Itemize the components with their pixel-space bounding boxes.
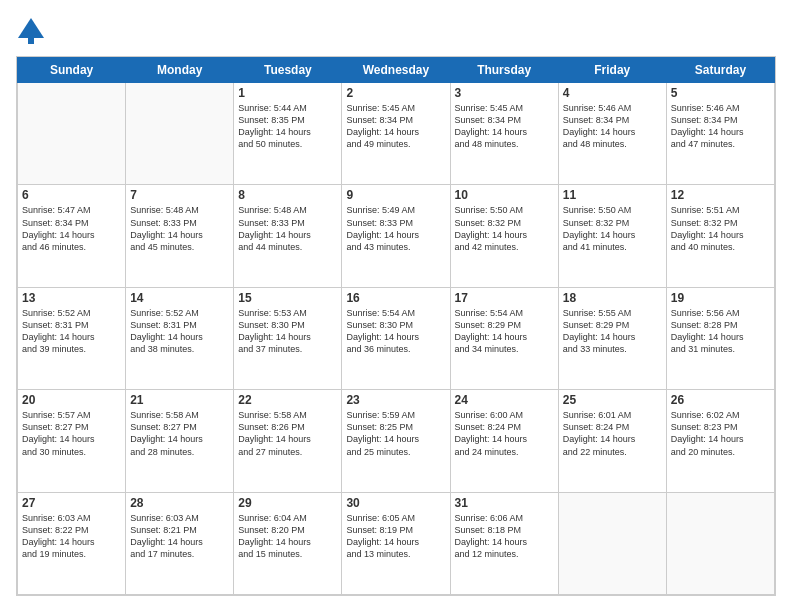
cal-cell-2-0: 13Sunrise: 5:52 AM Sunset: 8:31 PM Dayli… [18, 287, 126, 389]
cal-cell-4-4: 31Sunrise: 6:06 AM Sunset: 8:18 PM Dayli… [450, 492, 558, 594]
cal-cell-0-5: 4Sunrise: 5:46 AM Sunset: 8:34 PM Daylig… [558, 83, 666, 185]
cal-cell-2-3: 16Sunrise: 5:54 AM Sunset: 8:30 PM Dayli… [342, 287, 450, 389]
cell-text: Sunrise: 5:50 AM Sunset: 8:32 PM Dayligh… [455, 204, 554, 253]
cal-cell-4-1: 28Sunrise: 6:03 AM Sunset: 8:21 PM Dayli… [126, 492, 234, 594]
cal-cell-1-3: 9Sunrise: 5:49 AM Sunset: 8:33 PM Daylig… [342, 185, 450, 287]
week-row-1: 1Sunrise: 5:44 AM Sunset: 8:35 PM Daylig… [18, 83, 775, 185]
day-number: 29 [238, 496, 337, 510]
day-number: 7 [130, 188, 229, 202]
cell-text: Sunrise: 5:59 AM Sunset: 8:25 PM Dayligh… [346, 409, 445, 458]
cal-cell-3-2: 22Sunrise: 5:58 AM Sunset: 8:26 PM Dayli… [234, 390, 342, 492]
cell-text: Sunrise: 5:52 AM Sunset: 8:31 PM Dayligh… [130, 307, 229, 356]
day-number: 13 [22, 291, 121, 305]
svg-rect-1 [28, 34, 34, 44]
day-number: 19 [671, 291, 770, 305]
cell-text: Sunrise: 5:57 AM Sunset: 8:27 PM Dayligh… [22, 409, 121, 458]
cell-text: Sunrise: 6:05 AM Sunset: 8:19 PM Dayligh… [346, 512, 445, 561]
page: Sunday Monday Tuesday Wednesday Thursday… [0, 0, 792, 612]
cal-cell-2-2: 15Sunrise: 5:53 AM Sunset: 8:30 PM Dayli… [234, 287, 342, 389]
cell-text: Sunrise: 5:45 AM Sunset: 8:34 PM Dayligh… [455, 102, 554, 151]
day-number: 30 [346, 496, 445, 510]
day-number: 12 [671, 188, 770, 202]
cell-text: Sunrise: 6:00 AM Sunset: 8:24 PM Dayligh… [455, 409, 554, 458]
cal-cell-0-3: 2Sunrise: 5:45 AM Sunset: 8:34 PM Daylig… [342, 83, 450, 185]
cell-text: Sunrise: 5:46 AM Sunset: 8:34 PM Dayligh… [671, 102, 770, 151]
day-number: 14 [130, 291, 229, 305]
day-header-saturday: Saturday [666, 58, 774, 83]
cell-text: Sunrise: 5:58 AM Sunset: 8:27 PM Dayligh… [130, 409, 229, 458]
day-number: 5 [671, 86, 770, 100]
cell-text: Sunrise: 6:06 AM Sunset: 8:18 PM Dayligh… [455, 512, 554, 561]
day-number: 27 [22, 496, 121, 510]
cell-text: Sunrise: 5:53 AM Sunset: 8:30 PM Dayligh… [238, 307, 337, 356]
day-number: 28 [130, 496, 229, 510]
day-number: 6 [22, 188, 121, 202]
day-number: 26 [671, 393, 770, 407]
day-number: 9 [346, 188, 445, 202]
cal-cell-1-5: 11Sunrise: 5:50 AM Sunset: 8:32 PM Dayli… [558, 185, 666, 287]
day-number: 22 [238, 393, 337, 407]
cell-text: Sunrise: 5:44 AM Sunset: 8:35 PM Dayligh… [238, 102, 337, 151]
cal-cell-2-6: 19Sunrise: 5:56 AM Sunset: 8:28 PM Dayli… [666, 287, 774, 389]
week-row-3: 13Sunrise: 5:52 AM Sunset: 8:31 PM Dayli… [18, 287, 775, 389]
day-header-sunday: Sunday [18, 58, 126, 83]
day-header-thursday: Thursday [450, 58, 558, 83]
cal-cell-0-4: 3Sunrise: 5:45 AM Sunset: 8:34 PM Daylig… [450, 83, 558, 185]
cal-cell-4-2: 29Sunrise: 6:04 AM Sunset: 8:20 PM Dayli… [234, 492, 342, 594]
day-header-friday: Friday [558, 58, 666, 83]
day-header-tuesday: Tuesday [234, 58, 342, 83]
calendar: Sunday Monday Tuesday Wednesday Thursday… [16, 56, 776, 596]
cal-cell-1-1: 7Sunrise: 5:48 AM Sunset: 8:33 PM Daylig… [126, 185, 234, 287]
logo [16, 16, 50, 46]
cal-cell-0-2: 1Sunrise: 5:44 AM Sunset: 8:35 PM Daylig… [234, 83, 342, 185]
cell-text: Sunrise: 5:45 AM Sunset: 8:34 PM Dayligh… [346, 102, 445, 151]
day-number: 18 [563, 291, 662, 305]
day-header-monday: Monday [126, 58, 234, 83]
day-number: 4 [563, 86, 662, 100]
day-number: 17 [455, 291, 554, 305]
cal-cell-2-1: 14Sunrise: 5:52 AM Sunset: 8:31 PM Dayli… [126, 287, 234, 389]
cell-text: Sunrise: 5:47 AM Sunset: 8:34 PM Dayligh… [22, 204, 121, 253]
cell-text: Sunrise: 5:46 AM Sunset: 8:34 PM Dayligh… [563, 102, 662, 151]
calendar-table: Sunday Monday Tuesday Wednesday Thursday… [17, 57, 775, 595]
cell-text: Sunrise: 5:52 AM Sunset: 8:31 PM Dayligh… [22, 307, 121, 356]
day-number: 3 [455, 86, 554, 100]
cal-cell-1-2: 8Sunrise: 5:48 AM Sunset: 8:33 PM Daylig… [234, 185, 342, 287]
cal-cell-2-4: 17Sunrise: 5:54 AM Sunset: 8:29 PM Dayli… [450, 287, 558, 389]
header-row: Sunday Monday Tuesday Wednesday Thursday… [18, 58, 775, 83]
cal-cell-2-5: 18Sunrise: 5:55 AM Sunset: 8:29 PM Dayli… [558, 287, 666, 389]
week-row-5: 27Sunrise: 6:03 AM Sunset: 8:22 PM Dayli… [18, 492, 775, 594]
cell-text: Sunrise: 6:03 AM Sunset: 8:21 PM Dayligh… [130, 512, 229, 561]
cal-cell-4-3: 30Sunrise: 6:05 AM Sunset: 8:19 PM Dayli… [342, 492, 450, 594]
cal-cell-1-6: 12Sunrise: 5:51 AM Sunset: 8:32 PM Dayli… [666, 185, 774, 287]
cell-text: Sunrise: 6:02 AM Sunset: 8:23 PM Dayligh… [671, 409, 770, 458]
cal-cell-3-4: 24Sunrise: 6:00 AM Sunset: 8:24 PM Dayli… [450, 390, 558, 492]
day-number: 8 [238, 188, 337, 202]
cell-text: Sunrise: 5:49 AM Sunset: 8:33 PM Dayligh… [346, 204, 445, 253]
cal-cell-3-0: 20Sunrise: 5:57 AM Sunset: 8:27 PM Dayli… [18, 390, 126, 492]
day-number: 16 [346, 291, 445, 305]
cal-cell-4-5 [558, 492, 666, 594]
day-number: 24 [455, 393, 554, 407]
cell-text: Sunrise: 5:55 AM Sunset: 8:29 PM Dayligh… [563, 307, 662, 356]
cell-text: Sunrise: 5:54 AM Sunset: 8:30 PM Dayligh… [346, 307, 445, 356]
cell-text: Sunrise: 6:03 AM Sunset: 8:22 PM Dayligh… [22, 512, 121, 561]
cal-cell-3-6: 26Sunrise: 6:02 AM Sunset: 8:23 PM Dayli… [666, 390, 774, 492]
cal-cell-0-1 [126, 83, 234, 185]
cell-text: Sunrise: 5:51 AM Sunset: 8:32 PM Dayligh… [671, 204, 770, 253]
cal-cell-0-0 [18, 83, 126, 185]
week-row-4: 20Sunrise: 5:57 AM Sunset: 8:27 PM Dayli… [18, 390, 775, 492]
logo-icon [16, 16, 46, 46]
week-row-2: 6Sunrise: 5:47 AM Sunset: 8:34 PM Daylig… [18, 185, 775, 287]
day-number: 25 [563, 393, 662, 407]
day-header-wednesday: Wednesday [342, 58, 450, 83]
day-number: 2 [346, 86, 445, 100]
cell-text: Sunrise: 6:04 AM Sunset: 8:20 PM Dayligh… [238, 512, 337, 561]
header [16, 16, 776, 46]
day-number: 20 [22, 393, 121, 407]
cal-cell-3-1: 21Sunrise: 5:58 AM Sunset: 8:27 PM Dayli… [126, 390, 234, 492]
day-number: 11 [563, 188, 662, 202]
cal-cell-3-5: 25Sunrise: 6:01 AM Sunset: 8:24 PM Dayli… [558, 390, 666, 492]
day-number: 31 [455, 496, 554, 510]
day-number: 21 [130, 393, 229, 407]
